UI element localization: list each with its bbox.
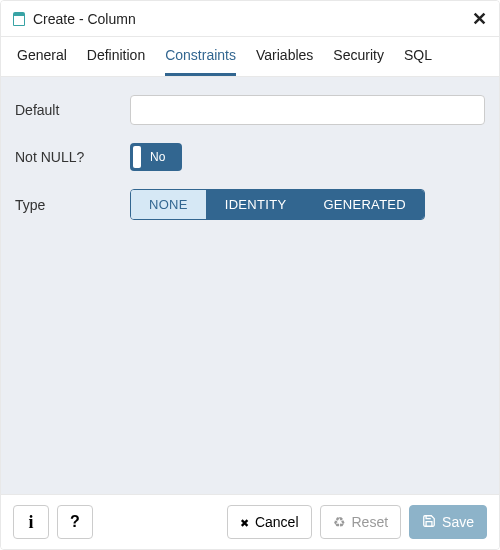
tab-label: Security [333, 47, 384, 63]
tab-definition[interactable]: Definition [87, 37, 145, 76]
default-input[interactable] [130, 95, 485, 125]
tab-general[interactable]: General [17, 37, 67, 76]
seg-label: GENERATED [323, 197, 406, 212]
tab-label: Variables [256, 47, 313, 63]
tab-label: Constraints [165, 47, 236, 63]
toggle-knob [133, 146, 141, 168]
close-icon[interactable]: ✕ [472, 8, 487, 30]
save-icon [422, 514, 436, 531]
not-null-toggle[interactable]: No [130, 143, 182, 171]
label-default: Default [15, 102, 130, 118]
tab-label: Definition [87, 47, 145, 63]
tab-label: SQL [404, 47, 432, 63]
row-default: Default [15, 95, 485, 125]
help-icon: ? [70, 513, 80, 531]
info-icon: i [28, 512, 33, 533]
dialog-footer: i ? Cancel ♻ Reset Save [1, 494, 499, 549]
seg-label: IDENTITY [225, 197, 287, 212]
save-label: Save [442, 514, 474, 530]
reset-button[interactable]: ♻ Reset [320, 505, 402, 539]
type-segmented: NONE IDENTITY GENERATED [130, 189, 425, 220]
cancel-label: Cancel [255, 514, 299, 530]
label-not-null: Not NULL? [15, 149, 130, 165]
column-icon [13, 12, 25, 26]
create-column-dialog: Create - Column ✕ General Definition Con… [0, 0, 500, 550]
info-button[interactable]: i [13, 505, 49, 539]
dialog-title: Create - Column [33, 11, 136, 27]
tab-constraints[interactable]: Constraints [165, 37, 236, 76]
seg-label: NONE [149, 197, 188, 212]
dialog-titlebar: Create - Column ✕ [1, 1, 499, 37]
toggle-state-label: No [150, 150, 165, 164]
close-icon [240, 514, 249, 530]
tabs-bar: General Definition Constraints Variables… [1, 37, 499, 77]
reset-label: Reset [352, 514, 389, 530]
type-option-identity[interactable]: IDENTITY [207, 190, 306, 219]
tab-variables[interactable]: Variables [256, 37, 313, 76]
save-button[interactable]: Save [409, 505, 487, 539]
label-type: Type [15, 197, 130, 213]
dialog-body: Default Not NULL? No Type NONE [1, 77, 499, 494]
type-option-generated[interactable]: GENERATED [305, 190, 424, 219]
help-button[interactable]: ? [57, 505, 93, 539]
tab-sql[interactable]: SQL [404, 37, 432, 76]
type-option-none[interactable]: NONE [131, 190, 207, 219]
row-type: Type NONE IDENTITY GENERATED [15, 189, 485, 220]
tab-label: General [17, 47, 67, 63]
row-not-null: Not NULL? No [15, 143, 485, 171]
cancel-button[interactable]: Cancel [227, 505, 312, 539]
recycle-icon: ♻ [333, 514, 346, 530]
tab-security[interactable]: Security [333, 37, 384, 76]
dialog-title-wrap: Create - Column [13, 11, 472, 27]
